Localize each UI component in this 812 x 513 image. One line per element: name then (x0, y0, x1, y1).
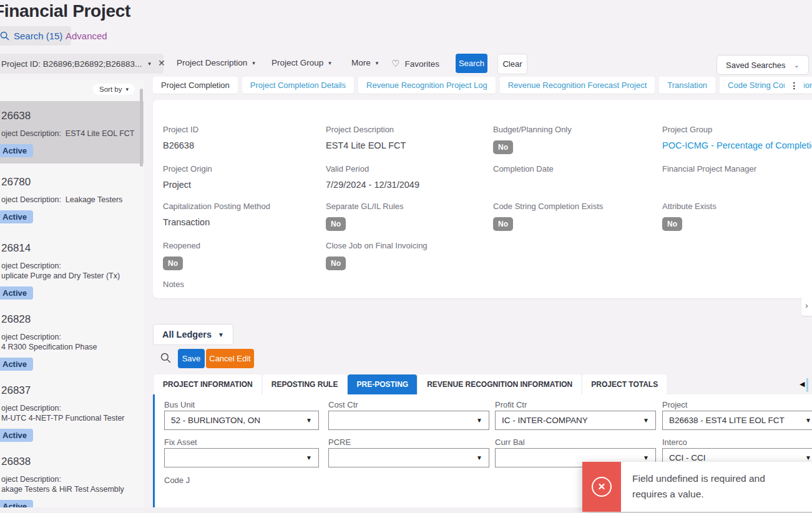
error-toast[interactable]: ✕ Field undefined is required and requir… (582, 462, 812, 512)
project-group-link[interactable]: POC-ICMG - Percentage of Completion IC D (662, 140, 812, 150)
status-badge: Active (0, 210, 33, 223)
chevron-down-icon: ▼ (643, 417, 649, 424)
financial-project-page: Financial Project Search (15) Advanced P… (0, 0, 812, 513)
tab-project-information[interactable]: PROJECT INFORMATION (154, 374, 262, 394)
favorites-label: Favorites (404, 59, 439, 69)
project-description-text: oject Description: EST4 Lite EOL FCT (1, 129, 139, 139)
chevron-down-icon: ▼ (643, 454, 649, 461)
panel-edge-indicator (806, 378, 808, 392)
tab-project-completion[interactable]: Project Completion (153, 77, 238, 94)
filter-project-description[interactable]: Project Description ▾ (177, 58, 255, 67)
interco-value: CCI - CCI (669, 453, 706, 462)
project-id-filter-label: Project ID: B26896;B26892;B26883... (1, 59, 142, 69)
list-item-project-26828[interactable]: 26828 oject Description:4 R300 Specifica… (0, 305, 144, 372)
sub-tab-bar: PROJECT INFORMATION REPOSTING RULE PRE-P… (154, 374, 667, 394)
no-badge: No (493, 217, 513, 231)
profit-ctr-select[interactable]: IC - INTER-COMPANY ▼ (495, 411, 656, 430)
tab-advanced[interactable]: Advanced (66, 31, 107, 41)
more-tabs-menu-button[interactable]: ⋮ (785, 77, 804, 94)
field-attribute-exists: Attribute Exists No (662, 202, 812, 231)
chevron-down-icon: ▼ (805, 417, 811, 424)
project-select[interactable]: B26638 - EST4 LITE EOL FCT ▼ (662, 411, 812, 430)
clear-button[interactable]: Clear (497, 54, 527, 74)
tab-revenue-recognition-forecast-project[interactable]: Revenue Recognition Forecast Project (500, 77, 655, 94)
project-id-filter-pill[interactable]: Project ID: B26896;B26892;B26883... ▾ (0, 54, 164, 74)
tab-revenue-recognition-project-log[interactable]: Revenue Recognition Project Log (358, 77, 496, 94)
project-details-card: Project ID B26638 Project Description ES… (153, 100, 812, 298)
expand-panel-button[interactable]: › (801, 295, 812, 316)
curr-bal-label: Curr Bal (495, 437, 525, 447)
grid-search-button[interactable] (160, 353, 171, 366)
field-project-id: Project ID B26638 (163, 125, 326, 154)
field-capitalization-posting-method: Capitalization Posting Method Transactio… (163, 202, 326, 231)
no-badge: No (493, 140, 513, 154)
field-project-group: Project Group POC-ICMG - Percentage of C… (662, 125, 812, 154)
field-code-string-completion-exists: Code String Completion Exists No (493, 202, 662, 231)
saved-searches-dropdown[interactable]: Saved Searches ⌄ (717, 55, 809, 75)
chevron-down-icon: ▼ (306, 417, 312, 424)
project-id-text: 26814 (1, 242, 139, 255)
tab-project-completion-details[interactable]: Project Completion Details (242, 77, 354, 94)
tab-project-totals[interactable]: PROJECT TOTALS (582, 374, 667, 394)
no-badge: No (163, 256, 183, 270)
tab-reposting-rule[interactable]: REPOSTING RULE (263, 374, 347, 394)
tab-search[interactable]: Search (15) (0, 26, 71, 46)
cost-ctr-select[interactable]: ▼ (328, 411, 489, 430)
bus-unit-select[interactable]: 52 - BURLINGTON, ON ▼ (164, 411, 319, 430)
tab-pre-posting[interactable]: PRE-POSTING (348, 374, 417, 394)
collapse-panel-icon[interactable]: ◀ (800, 380, 805, 388)
field-reopened: Reopened No (163, 241, 326, 270)
chevron-down-icon: ▼ (218, 331, 224, 338)
page-title: Financial Project (0, 1, 130, 21)
filter-project-group[interactable]: Project Group ▾ (271, 58, 331, 67)
list-item-project-26838[interactable]: 26838 oject Description:akage Testers & … (0, 447, 144, 513)
status-badge: Active (0, 429, 33, 442)
cancel-edit-button[interactable]: Cancel Edit (206, 349, 254, 368)
no-badge: No (326, 256, 346, 270)
no-badge: No (326, 217, 346, 231)
project-description-text: oject Description:akage Testers & HiR Te… (1, 474, 139, 494)
chevron-down-icon: ▼ (306, 454, 312, 461)
list-item-project-26638[interactable]: 26638 oject Description: EST4 Lite EOL F… (0, 101, 144, 164)
no-badge: No (662, 217, 682, 231)
favorites-button[interactable]: ♡ Favorites (391, 58, 439, 69)
filter-more[interactable]: More ▾ (351, 58, 378, 67)
status-badge: Active (0, 144, 33, 157)
bus-unit-value: 52 - BURLINGTON, ON (171, 416, 260, 425)
circle-x-icon: ✕ (592, 477, 612, 497)
field-notes: Notes (163, 280, 326, 295)
fix-asset-select[interactable]: ▼ (164, 448, 319, 467)
sort-by-dropdown[interactable]: Sort by ▾ (93, 84, 135, 95)
list-item-project-26837[interactable]: 26837 oject Description:M-UTC 4-NET-TP F… (0, 376, 144, 443)
field-financial-project-manager: Financial Project Manager (662, 164, 812, 190)
filter-project-description-label: Project Description (177, 58, 247, 67)
chevron-down-icon: ▾ (148, 61, 151, 67)
save-button[interactable]: Save (178, 349, 205, 368)
saved-searches-label: Saved Searches (726, 61, 785, 70)
clear-filter-icon[interactable]: ✕ (158, 58, 165, 68)
list-item-project-26780[interactable]: 26780 oject Description: Leakage Testers… (0, 167, 144, 227)
all-ledgers-dropdown[interactable]: All Ledgers ▼ (153, 324, 233, 345)
search-button[interactable]: Search (456, 54, 487, 73)
field-completion-date: Completion Date (493, 164, 662, 190)
tab-revenue-recognition-information[interactable]: REVENUE RECOGNITION INFORMATION (418, 374, 581, 394)
project-id-text: 26837 (1, 384, 139, 397)
field-valid-period: Valid Period 7/29/2024 - 12/31/2049 (326, 164, 493, 190)
search-icon (0, 31, 9, 41)
tab-translation[interactable]: Translation (659, 77, 715, 94)
results-sidebar: Sort by ▾ 26638 oject Description: EST4 … (0, 80, 144, 513)
cost-ctr-label: Cost Ctr (328, 400, 358, 409)
field-separate-gl-il-rules: Separate GL/IL Rules No (326, 202, 493, 231)
filter-project-group-label: Project Group (271, 58, 323, 67)
project-label: Project (662, 400, 687, 409)
chevron-down-icon: ▼ (805, 454, 811, 461)
chevron-down-icon: ▾ (376, 60, 379, 66)
fix-asset-label: Fix Asset (164, 437, 197, 447)
project-id-text: 26638 (1, 110, 139, 122)
chevron-down-icon: ▾ (328, 60, 331, 66)
sort-by-label: Sort by (99, 86, 122, 93)
pcre-select[interactable]: ▼ (328, 448, 489, 467)
list-item-project-26814[interactable]: 26814 oject Description:uplicate Purge a… (0, 233, 144, 301)
sidebar-scrollbar[interactable] (140, 89, 143, 167)
field-project-description: Project Description EST4 Lite EOL FCT (326, 125, 493, 154)
